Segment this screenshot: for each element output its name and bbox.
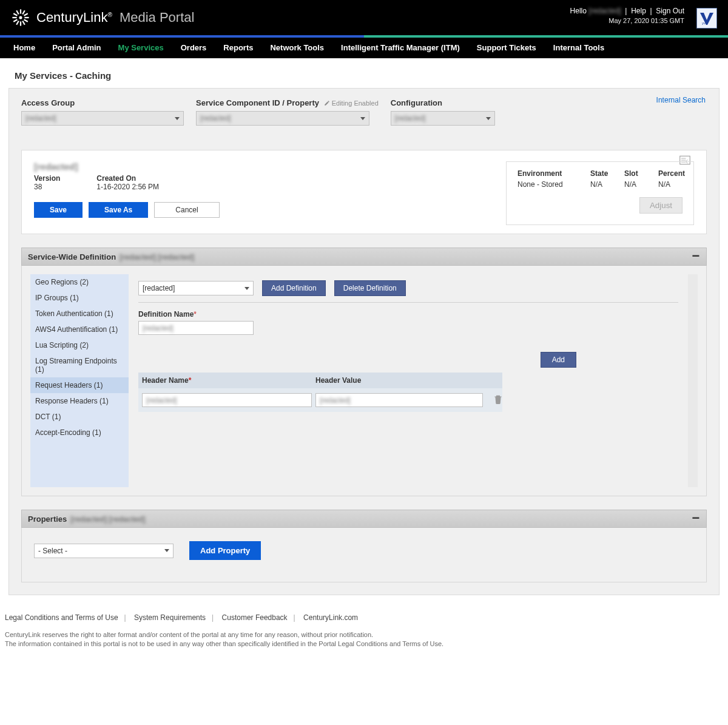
nav-my-services[interactable]: My Services	[111, 38, 171, 58]
centurylink-burst-icon	[11, 8, 30, 27]
env-head-percent: Percent	[658, 169, 695, 178]
save-button[interactable]: Save	[34, 202, 83, 218]
brand-block: CenturyLink® Media Portal	[11, 8, 194, 27]
header-name-input[interactable]: [redacted]	[142, 393, 312, 407]
svg-rect-1	[20, 9, 21, 13]
section-swd-title-extra: [redacted] [redacted]	[120, 252, 194, 261]
hello-text: Hello	[570, 7, 587, 15]
config-box: [redacted] Version 38 Created On 1-16-20…	[21, 150, 707, 234]
swd-menu-aws4-auth[interactable]: AWS4 Authentification (1)	[30, 322, 129, 337]
section-props-body: - Select - Add Property	[21, 528, 707, 582]
section-swd-body: Geo Regions (2) IP Groups (1) Token Auth…	[21, 266, 707, 496]
page-title: My Services - Caching	[15, 70, 720, 81]
collapse-icon[interactable]: −	[692, 515, 700, 522]
footer: Legal Conditions and Terms of Use| Syste…	[0, 601, 728, 661]
version-value: 38	[34, 183, 60, 191]
section-props-title: Properties	[28, 514, 67, 524]
brand-sub: Media Portal	[120, 10, 195, 25]
svg-rect-3	[24, 13, 28, 16]
scid-dropdown[interactable]: [redacted]	[196, 111, 369, 126]
swd-sidemenu: Geo Regions (2) IP Groups (1) Token Auth…	[30, 274, 129, 487]
env-head-slot: Slot	[624, 169, 652, 178]
cancel-button[interactable]: Cancel	[154, 202, 219, 218]
svg-rect-12	[16, 10, 19, 15]
footer-cl[interactable]: CenturyLink.com	[303, 613, 358, 622]
env-head-state: State	[590, 169, 618, 178]
trash-icon	[494, 394, 502, 404]
access-group-dropdown[interactable]: [redacted]	[21, 111, 184, 126]
svg-rect-9	[13, 19, 18, 22]
nav-support[interactable]: Support Tickets	[470, 38, 544, 58]
swd-menu-log-streaming[interactable]: Log Streaming Endpoints (1)	[30, 353, 129, 377]
footer-sysreq[interactable]: System Requirements	[134, 613, 206, 622]
add-property-button[interactable]: Add Property	[189, 541, 261, 560]
caret-down-icon	[360, 117, 365, 120]
caret-down-icon	[244, 287, 249, 290]
svg-rect-6	[22, 21, 25, 25]
add-definition-button[interactable]: Add Definition	[262, 280, 326, 296]
footer-feedback[interactable]: Customer Feedback	[222, 613, 288, 622]
header-value-input[interactable]: [redacted]	[315, 393, 483, 407]
env-percent: N/A	[658, 180, 695, 189]
adjust-button[interactable]: Adjust	[639, 197, 682, 214]
nav-network-tools[interactable]: Network Tools	[263, 38, 331, 58]
env-environment: None - Stored	[517, 180, 584, 189]
nav-portal-admin[interactable]: Portal Admin	[45, 38, 108, 58]
nav-reports[interactable]: Reports	[216, 38, 260, 58]
help-link[interactable]: Help	[631, 7, 646, 15]
scid-label: Service Component ID / Property Editing …	[196, 98, 379, 107]
nav-home[interactable]: Home	[6, 38, 42, 58]
footer-disclaimer-1: CenturyLink reserves the right to alter …	[5, 630, 723, 639]
nav-orders[interactable]: Orders	[174, 38, 214, 58]
delete-definition-button[interactable]: Delete Definition	[334, 280, 406, 296]
definition-name-input[interactable]: [redacted]	[138, 321, 254, 335]
definition-select[interactable]: [redacted]	[138, 281, 254, 295]
add-header-button[interactable]: Add	[541, 352, 576, 368]
svg-text:yvx: yvx	[702, 21, 707, 25]
nav-internal-tools[interactable]: Internal Tools	[546, 38, 612, 58]
created-label: Created On	[96, 174, 159, 183]
signout-link[interactable]: Sign Out	[656, 7, 684, 15]
section-props-header[interactable]: Properties [redacted] [redacted] −	[21, 510, 707, 528]
delete-row-button[interactable]	[487, 394, 510, 406]
editing-enabled-text: Editing Enabled	[324, 99, 379, 107]
definition-select-value: [redacted]	[143, 284, 175, 292]
configuration-dropdown[interactable]: [redacted]	[391, 111, 495, 126]
swd-menu-lua-scripting[interactable]: Lua Scripting (2)	[30, 337, 129, 353]
property-select-value: - Select -	[38, 547, 67, 555]
env-slot: N/A	[624, 180, 652, 189]
nav-itm[interactable]: Intelligent Traffic Manager (ITM)	[334, 38, 467, 58]
swd-menu-ip-groups[interactable]: IP Groups (1)	[30, 290, 129, 306]
access-group-label: Access Group	[21, 98, 184, 107]
swd-menu-geo-regions[interactable]: Geo Regions (2)	[30, 274, 129, 290]
definition-name-label: Definition Name	[138, 310, 194, 319]
required-mark: *	[194, 310, 197, 319]
property-select[interactable]: - Select -	[34, 544, 174, 558]
svg-rect-5	[24, 19, 28, 22]
environment-box: Environment State Slot Percent None - St…	[506, 161, 694, 225]
collapse-icon[interactable]: −	[692, 253, 700, 260]
svg-rect-10	[12, 17, 16, 18]
caret-down-icon	[164, 549, 169, 552]
top-right-user: Hello [redacted] | Help | Sign Out May 2…	[570, 7, 684, 24]
svg-rect-8	[16, 21, 19, 25]
save-as-button[interactable]: Save As	[89, 202, 148, 218]
config-value: [redacted]	[395, 114, 425, 123]
swd-menu-accept-encoding[interactable]: Accept-Encoding (1)	[30, 425, 129, 440]
caret-down-icon	[175, 117, 180, 120]
swd-menu-token-auth[interactable]: Token Authentication (1)	[30, 306, 129, 322]
version-label: Version	[34, 174, 60, 183]
svg-rect-4	[24, 17, 29, 18]
internal-search-link[interactable]: Internal Search	[656, 96, 706, 104]
swd-menu-response-headers[interactable]: Response Headers (1)	[30, 393, 129, 409]
th-header-name: Header Name*	[142, 376, 312, 385]
brand-main: CenturyLink	[36, 10, 107, 25]
swd-menu-request-headers[interactable]: Request Headers (1)	[30, 377, 129, 393]
footer-disclaimer-2: The information contained in this portal…	[5, 639, 723, 649]
section-swd-title: Service-Wide Definition	[28, 252, 116, 261]
footer-legal[interactable]: Legal Conditions and Terms of Use	[5, 613, 118, 622]
svg-rect-2	[22, 10, 25, 15]
brand-text: CenturyLink® Media Portal	[36, 10, 194, 25]
swd-menu-dct[interactable]: DCT (1)	[30, 409, 129, 425]
section-swd-header[interactable]: Service-Wide Definition [redacted] [reda…	[21, 248, 707, 266]
